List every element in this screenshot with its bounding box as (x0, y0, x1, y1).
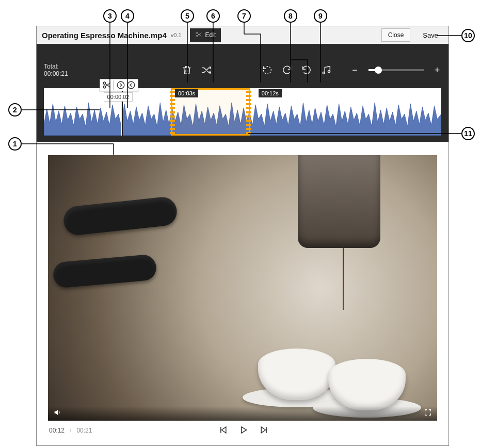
zoom-slider-thumb[interactable] (375, 67, 382, 74)
waveform-area: 00:00.02 00:03s 00:12s (37, 81, 448, 142)
file-version: v0.1 (171, 32, 182, 38)
svg-point-11 (127, 81, 135, 89)
callout-11: 11 (461, 127, 475, 140)
selection-start-label: 00:03s (175, 89, 198, 97)
selection-end-label: 00:12s (259, 89, 282, 97)
reset-icon[interactable] (262, 64, 273, 76)
cut-button[interactable] (102, 80, 111, 90)
transport-separator: / (70, 427, 71, 434)
callout-2: 2 (8, 103, 22, 117)
callout-8: 8 (284, 9, 297, 23)
playhead-toolbar (100, 79, 138, 91)
redo-icon[interactable] (281, 64, 293, 76)
video-area: 00:12 / 00:21 (37, 142, 448, 445)
transport-current-time: 00:12 (49, 427, 65, 434)
zoom-slider[interactable] (368, 69, 424, 71)
svg-point-0 (196, 32, 198, 34)
transport-total-time: 00:21 (76, 427, 92, 434)
callout-4: 4 (121, 9, 134, 23)
callout-10: 10 (461, 29, 475, 42)
fullscreen-icon[interactable] (424, 408, 432, 419)
delete-icon[interactable] (181, 64, 193, 76)
svg-point-1 (196, 35, 198, 37)
zoom-out-button[interactable]: − (350, 65, 359, 76)
play-button[interactable] (238, 425, 249, 437)
close-button[interactable]: Close (381, 28, 411, 42)
timeline-toolbar: Total: 00:00:21 (37, 59, 448, 81)
svg-point-5 (328, 71, 330, 73)
edit-button-label: Edit (205, 31, 216, 39)
zoom-in-button[interactable]: + (433, 65, 441, 76)
svg-point-10 (117, 81, 124, 89)
undo-icon[interactable] (301, 64, 312, 76)
callout-1: 1 (8, 137, 22, 151)
timeline-panel: Total: 00:00:21 (37, 44, 448, 142)
save-button[interactable]: Save (418, 29, 443, 42)
video-editor-window: Operating Espresso Machine.mp4 v0.1 Edit… (36, 26, 449, 446)
step-back-button[interactable] (126, 80, 136, 90)
playhead-time-label: 00:00.02 (104, 92, 133, 102)
svg-point-4 (323, 72, 325, 74)
callout-7: 7 (237, 9, 251, 23)
file-title: Operating Espresso Machine.mp4 (42, 31, 167, 40)
svg-point-6 (103, 82, 106, 85)
step-forward-button[interactable] (116, 80, 125, 90)
total-duration-label: Total: 00:00:21 (44, 63, 80, 77)
header-bar: Operating Espresso Machine.mp4 v0.1 Edit… (37, 26, 448, 44)
scissors-icon (195, 31, 202, 40)
svg-point-7 (103, 86, 106, 89)
video-overlay-bar (48, 406, 437, 421)
callout-3: 3 (103, 9, 117, 23)
edit-button[interactable]: Edit (190, 28, 221, 42)
music-icon[interactable] (320, 64, 332, 76)
next-frame-button[interactable] (259, 425, 269, 437)
prev-frame-button[interactable] (218, 425, 228, 437)
video-preview[interactable] (48, 155, 437, 421)
volume-icon[interactable] (53, 408, 61, 419)
callout-6: 6 (206, 9, 220, 23)
callout-5: 5 (181, 9, 194, 23)
shuffle-icon[interactable] (201, 64, 212, 76)
callout-9: 9 (314, 9, 327, 23)
transport-bar: 00:12 / 00:21 (48, 421, 437, 440)
